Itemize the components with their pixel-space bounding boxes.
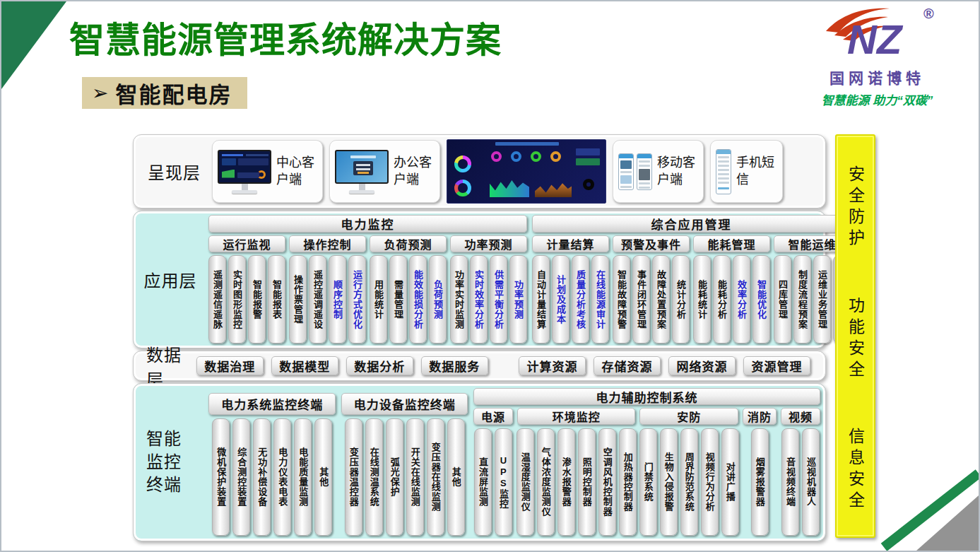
app-section-header: 运行监视	[208, 235, 285, 252]
data-layer-button: 数据分析	[346, 356, 413, 375]
terminal-group: 电力系统监控终端微机保护装置综合测控装置无功补偿设备电力仪表电表电能质量监测其他	[208, 388, 336, 536]
feature-pill: 需量管理	[389, 255, 407, 343]
security-item: 安全防护	[844, 165, 868, 250]
device-pill: 空调风机控制器	[598, 428, 616, 536]
application-groups: 电力监控运行监视遥测遥信遥脉实时图形监控智能报警智能报表操作控制操作票管理遥控遥…	[208, 215, 820, 343]
feature-pill: 四库管理	[774, 255, 791, 343]
terminal-subgroup: 电源直流屏监测UPS监控	[473, 408, 513, 536]
feature-pill: 操作票管理	[289, 255, 307, 343]
feature-pill: 能耗统计	[693, 255, 711, 343]
terminal-subgroup: 环境监控温湿度监测仪气体浓度监测仪渗水报警器照明控制器空调风机控制器加热器控制器	[517, 408, 636, 536]
device-pill: 无功补偿设备	[253, 418, 271, 536]
client-label: 中心客户端	[276, 155, 317, 188]
feature-pill: 效率分析	[733, 255, 750, 343]
app-pills: 自动计量结算计划及成本质量分析考核在线能源审计	[532, 255, 609, 343]
terminal-groups: 电力系统监控终端微机保护装置综合测控装置无功补偿设备电力仪表电表电能质量监测其他…	[208, 388, 820, 536]
feature-pill: 功率实时监测	[450, 255, 468, 343]
data-layer-button: 资源管理	[743, 356, 810, 375]
terminal-layer: 智能监控终端 电力系统监控终端微机保护装置综合测控装置无功补偿设备电力仪表电表电…	[133, 383, 826, 541]
app-section-header: 预警及事件	[613, 235, 690, 252]
feature-pill: 遥测遥信遥脉	[208, 255, 226, 343]
device-pill: 电能质量监测	[294, 418, 312, 536]
feature-pill: 质量分析考核	[572, 255, 589, 343]
section-subtitle: 智能配电房	[115, 77, 232, 109]
device-pill: 渗水报警器	[557, 428, 575, 536]
app-sections: 运行监视遥测遥信遥脉实时图形监控智能报警智能报表操作控制操作票管理遥控遥调遥设顺…	[208, 235, 527, 343]
terminal-group: 电力辅助控制系统电源直流屏监测UPS监控环境监控温湿度监测仪气体浓度监测仪渗水报…	[473, 388, 820, 536]
feature-pill: 用能统计	[370, 255, 387, 343]
device-pill: 其他	[314, 418, 332, 536]
feature-pill: 制度流程预案	[793, 255, 811, 343]
device-pill: 变压器在线监测	[427, 418, 444, 536]
mobile-phones-icon	[618, 153, 652, 190]
terminal-pills: 温湿度监测仪气体浓度监测仪渗水报警器照明控制器空调风机控制器加热器控制器	[517, 428, 636, 536]
logo-company-name: 国网诺博特	[801, 66, 953, 88]
terminal-subgroup: 安防门禁系统生物入侵报警周界防范系统视频行为分析对讲广播	[639, 408, 738, 536]
terminal-pills: 门禁系统生物入侵报警周界防范系统视频行为分析对讲广播	[639, 428, 738, 536]
feature-pill: 功率预测	[509, 255, 527, 343]
feature-pill: 能效能损分析	[409, 255, 427, 343]
terminal-pills: 音视频终端巡视机器人	[781, 428, 820, 536]
terminal-pills: 直流屏监测UPS监控	[473, 428, 513, 536]
feature-pill: 智能报警	[248, 255, 266, 343]
feature-pill: 负荷预测	[429, 255, 447, 343]
feature-pill: 智能优化	[752, 255, 770, 343]
data-layer-button: 数据模型	[271, 356, 338, 375]
device-pill: 直流屏监测	[474, 428, 492, 536]
feature-pill: 遥控遥调遥设	[309, 255, 326, 343]
security-item: 信息安全	[844, 428, 868, 512]
feature-pill: 实时图形监控	[228, 255, 246, 343]
terminal-group-header: 电力系统监控终端	[208, 393, 336, 415]
feature-pill: 统计分析	[672, 255, 690, 343]
corner-decoration-top-left	[1, 1, 66, 89]
app-section-header: 功率预测	[450, 235, 527, 252]
app-pills: 功率实时监测实时效率分析供需平衡分析功率预测	[450, 255, 527, 343]
feature-pill: 运维业务管理	[813, 255, 831, 343]
desktop-office-icon	[335, 150, 389, 194]
data-layer: 数据层 数据治理数据模型数据分析数据服务 计算资源存储资源网络资源资源管理	[133, 351, 826, 381]
app-pills: 用能统计需量管理能效能损分析负荷预测	[370, 255, 447, 343]
app-pills: 操作票管理遥控遥调遥设顺序控制运行方式优化	[289, 255, 366, 343]
device-pill: UPS监控	[495, 428, 512, 536]
office-client-card: 办公客户端	[329, 140, 440, 203]
terminal-subgroup-header: 视频	[781, 408, 820, 425]
app-section: 负荷预测用能统计需量管理能效能损分析负荷预测	[370, 235, 447, 343]
feature-pill: 供需平衡分析	[490, 255, 507, 343]
terminal-subgroup: 消防烟雾报警器	[743, 408, 777, 536]
logo-monogram-icon: NZ ®	[810, 3, 945, 68]
registered-mark: ®	[923, 6, 934, 21]
device-pill: 变压器温控器	[345, 418, 362, 536]
terminal-group-header: 电力辅助控制系统	[473, 388, 820, 405]
device-pill: 加热器控制器	[619, 428, 637, 536]
device-pill: 音视频终端	[781, 428, 799, 536]
device-pill: 其他	[447, 418, 465, 536]
data-resource-buttons: 计算资源存储资源网络资源资源管理	[519, 356, 818, 375]
client-label: 办公客户端	[394, 155, 435, 188]
app-group-header: 综合应用管理	[532, 215, 851, 233]
svg-text:NZ: NZ	[847, 16, 904, 62]
device-pill: 综合测控装置	[232, 418, 250, 536]
app-group-header: 电力监控	[208, 215, 527, 233]
client-label: 手机短信	[736, 155, 777, 188]
feature-pill: 智能报表	[268, 255, 285, 343]
application-layer-label: 应用层	[134, 211, 207, 348]
device-pill: 弧光保护	[386, 418, 403, 536]
terminal-subgroup-header: 环境监控	[517, 408, 636, 425]
sms-client-card: 手机短信	[710, 140, 783, 203]
app-section: 能耗管理能耗统计能耗分析效率分析智能优化	[693, 235, 770, 343]
desktop-dashboard-icon	[218, 150, 271, 194]
section-bullet: ➢ 智能配电房	[82, 77, 247, 109]
terminal-layer-label: 智能监控终端	[134, 384, 207, 541]
device-pill: 对讲广播	[721, 428, 739, 536]
device-pill: 温湿度监测仪	[516, 428, 534, 536]
terminal-pills: 变压器温控器在线测温系统弧光保护开关在线监测变压器在线监测其他	[341, 418, 468, 536]
device-pill: 生物入侵报警	[660, 428, 678, 536]
device-pill: 在线测温系统	[365, 418, 383, 536]
app-section-header: 能耗管理	[693, 235, 770, 252]
terminal-pills: 烟雾报警器	[743, 428, 777, 536]
app-section-header: 操作控制	[289, 235, 366, 252]
feature-pill: 实时效率分析	[470, 255, 488, 343]
terminal-subgroup: 视频音视频终端巡视机器人	[781, 408, 820, 536]
terminal-subgroup-header: 电源	[473, 408, 513, 425]
feature-pill: 自动计量结算	[532, 255, 550, 343]
